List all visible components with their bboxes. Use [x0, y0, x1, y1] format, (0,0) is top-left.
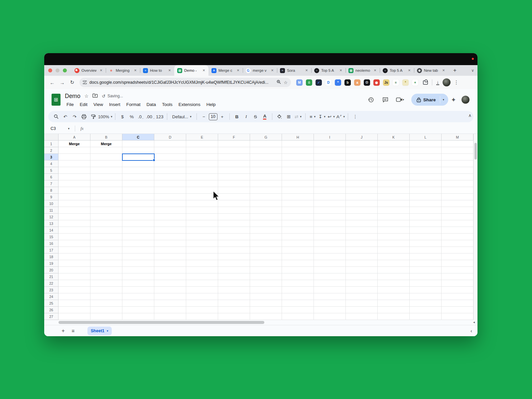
- row-header-21[interactable]: 21: [44, 273, 59, 280]
- cell-L24[interactable]: [410, 293, 442, 300]
- cell-B22[interactable]: [90, 280, 122, 287]
- cell-H5[interactable]: [282, 167, 314, 174]
- collapse-sidebar-chevron-icon[interactable]: ‹: [470, 328, 472, 334]
- cell-G5[interactable]: [250, 167, 282, 174]
- cell-H19[interactable]: [282, 260, 314, 267]
- document-title[interactable]: Demo: [65, 93, 80, 100]
- cell-F25[interactable]: [218, 300, 250, 307]
- cell-H6[interactable]: [282, 174, 314, 180]
- cell-D5[interactable]: [154, 167, 186, 174]
- back-button[interactable]: ←: [48, 78, 57, 87]
- menu-edit[interactable]: Edit: [77, 101, 90, 108]
- cell-A12[interactable]: [59, 214, 90, 220]
- cell-J7[interactable]: [346, 180, 378, 187]
- cell-B9[interactable]: [90, 194, 122, 200]
- cell-G3[interactable]: [250, 154, 282, 160]
- cell-B4[interactable]: [90, 160, 122, 167]
- cell-C21[interactable]: [122, 273, 154, 280]
- cell-G2[interactable]: [250, 147, 282, 154]
- decrease-decimal-button[interactable]: .0 ←: [137, 112, 146, 121]
- cell-L14[interactable]: [410, 227, 442, 234]
- cell-E8[interactable]: [186, 187, 218, 194]
- cell-B1[interactable]: Merge: [90, 141, 122, 147]
- browser-tab[interactable]: Merge c×: [208, 65, 243, 76]
- cell-L20[interactable]: [410, 267, 442, 273]
- cell-G26[interactable]: [250, 307, 282, 313]
- cell-E17[interactable]: [186, 247, 218, 253]
- cell-I13[interactable]: [314, 220, 346, 227]
- cell-M2[interactable]: [442, 147, 473, 154]
- cell-C13[interactable]: [122, 220, 154, 227]
- cell-K27[interactable]: [378, 313, 410, 320]
- browser-tab[interactable]: Top 5 A×: [311, 65, 345, 76]
- cell-D23[interactable]: [154, 287, 186, 293]
- cell-H18[interactable]: [282, 253, 314, 260]
- cell-K17[interactable]: [378, 247, 410, 253]
- gmail-extension-icon[interactable]: M: [296, 79, 303, 86]
- cell-E22[interactable]: [186, 280, 218, 287]
- cell-J18[interactable]: [346, 253, 378, 260]
- reload-button[interactable]: ↻: [67, 78, 77, 87]
- cell-H17[interactable]: [282, 247, 314, 253]
- cell-J5[interactable]: [346, 167, 378, 174]
- increase-font-size-button[interactable]: +: [218, 112, 227, 121]
- cell-K13[interactable]: [378, 220, 410, 227]
- cell-E12[interactable]: [186, 214, 218, 220]
- cell-B23[interactable]: [90, 287, 122, 293]
- horizontal-scrollbar-track[interactable]: ◂: [44, 320, 477, 325]
- cell-M1[interactable]: [442, 141, 473, 147]
- cell-H7[interactable]: [282, 180, 314, 187]
- new-tab-button[interactable]: +: [450, 66, 460, 75]
- cell-F24[interactable]: [218, 293, 250, 300]
- column-header-L[interactable]: L: [410, 134, 442, 141]
- cell-H25[interactable]: [282, 300, 314, 307]
- cell-A3[interactable]: [59, 154, 90, 160]
- cell-I17[interactable]: [314, 247, 346, 253]
- cell-B25[interactable]: [90, 300, 122, 307]
- cell-G13[interactable]: [250, 220, 282, 227]
- cell-L27[interactable]: [410, 313, 442, 320]
- menu-help[interactable]: Help: [203, 101, 219, 108]
- cell-A14[interactable]: [59, 227, 90, 234]
- browser-tab[interactable]: merge v×: [243, 65, 277, 76]
- row-header-27[interactable]: 27: [44, 313, 59, 320]
- cell-H15[interactable]: [282, 234, 314, 240]
- cell-K9[interactable]: [378, 194, 410, 200]
- browser-tab[interactable]: How to×: [140, 65, 174, 76]
- cell-G4[interactable]: [250, 160, 282, 167]
- cell-B8[interactable]: [90, 187, 122, 194]
- tab-close-icon[interactable]: ×: [270, 68, 275, 73]
- cell-F14[interactable]: [218, 227, 250, 234]
- cell-H22[interactable]: [282, 280, 314, 287]
- row-header-16[interactable]: 16: [44, 240, 59, 247]
- cell-A4[interactable]: [59, 160, 90, 167]
- cell-A17[interactable]: [59, 247, 90, 253]
- more-toolbar-kebab-icon[interactable]: ⋮: [351, 112, 360, 121]
- cell-M25[interactable]: [442, 300, 473, 307]
- menu-format[interactable]: Format: [123, 101, 144, 108]
- cell-B2[interactable]: [90, 147, 122, 154]
- cell-F17[interactable]: [218, 247, 250, 253]
- row-header-15[interactable]: 15: [44, 234, 59, 240]
- cell-J27[interactable]: [346, 313, 378, 320]
- cell-M8[interactable]: [442, 187, 473, 194]
- cell-I6[interactable]: [314, 174, 346, 180]
- cell-J10[interactable]: [346, 200, 378, 207]
- account-avatar[interactable]: [462, 96, 469, 104]
- cell-F26[interactable]: [218, 307, 250, 313]
- d-extension-icon[interactable]: D: [325, 79, 332, 86]
- cell-C20[interactable]: [122, 267, 154, 273]
- cell-C12[interactable]: [122, 214, 154, 220]
- cell-A1[interactable]: Merge: [59, 141, 90, 147]
- cell-K8[interactable]: [378, 187, 410, 194]
- cell-E27[interactable]: [186, 313, 218, 320]
- sheets-logo-icon[interactable]: [52, 94, 61, 106]
- cell-I8[interactable]: [314, 187, 346, 194]
- row-header-13[interactable]: 13: [44, 220, 59, 227]
- cell-K21[interactable]: [378, 273, 410, 280]
- cell-L19[interactable]: [410, 260, 442, 267]
- cell-G19[interactable]: [250, 260, 282, 267]
- cell-G16[interactable]: [250, 240, 282, 247]
- format-currency-button[interactable]: $: [118, 112, 127, 121]
- site-settings-icon[interactable]: [83, 81, 87, 84]
